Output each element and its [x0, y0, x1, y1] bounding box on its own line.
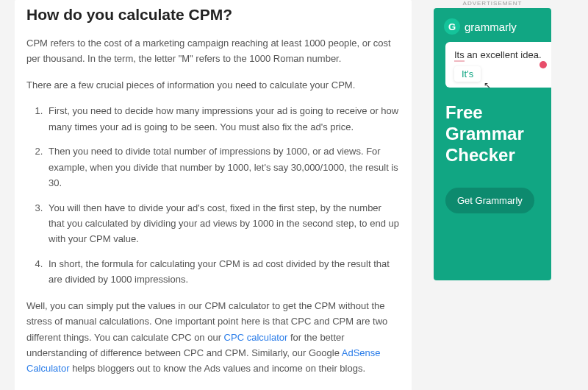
article-paragraph: CPM refers to the cost of a marketing ca…	[26, 35, 400, 67]
article-paragraph: Well, you can simply put the values in o…	[26, 298, 400, 377]
grammarly-logo-icon: G	[444, 18, 460, 35]
article-paragraph: Are you working with Paypal for online t…	[26, 387, 400, 390]
ad-correction-tooltip: It's ↖	[454, 66, 481, 82]
list-item: You will then have to divide your ad's c…	[46, 200, 400, 247]
article-paragraph: There are a few crucial pieces of inform…	[26, 77, 400, 93]
error-dot-icon	[539, 61, 547, 68]
ad-grammarly[interactable]: G grammarly Its an excellent idea. It's …	[434, 8, 551, 280]
article-steps-list: First, you need to decide how many impre…	[26, 103, 400, 287]
list-item: First, you need to decide how many impre…	[46, 103, 400, 135]
article-body: How do you calculate CPM? CPM refers to …	[15, 0, 412, 390]
cpc-calculator-link[interactable]: CPC calculator	[224, 332, 288, 343]
cursor-icon: ↖	[484, 80, 491, 91]
list-item: In short, the formula for calculating yo…	[46, 256, 400, 288]
ad-cta-button[interactable]: Get Grammarly	[445, 188, 534, 213]
list-item: Then you need to divide total number of …	[46, 143, 400, 191]
article-heading: How do you calculate CPM?	[26, 0, 400, 24]
ad-label: ADVERTISEMENT	[434, 0, 551, 7]
ad-sample-text: Its an excellent idea. It's ↖	[445, 42, 551, 88]
ad-brand-name: grammarly	[465, 21, 517, 33]
ad-headline: Free Grammar Checker	[434, 95, 551, 166]
